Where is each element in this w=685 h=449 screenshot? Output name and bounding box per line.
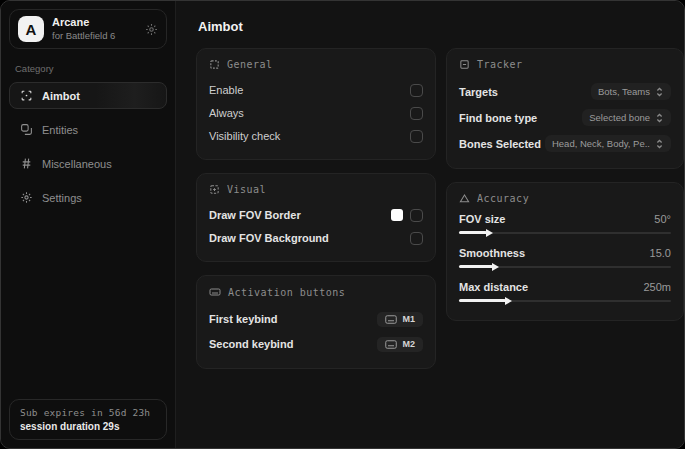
app-logo: A	[18, 16, 44, 42]
entities-icon	[20, 123, 33, 136]
setting-label: Always	[209, 107, 244, 119]
unfold-icon	[655, 87, 664, 97]
slider-row-fov-size: FOV size 50°	[459, 213, 671, 238]
sidebar-item-label: Miscellaneous	[42, 158, 112, 170]
setting-row-enable: Enable	[209, 79, 423, 101]
slider-value: 250m	[643, 281, 671, 293]
setting-label: Max distance	[459, 281, 528, 293]
setting-row-second-keybind: Second keybind M2	[209, 332, 423, 356]
smoothness-slider[interactable]	[459, 262, 671, 272]
sidebar-item-settings[interactable]: Settings	[9, 184, 167, 211]
slider-value: 15.0	[650, 247, 671, 259]
keybind-value: M1	[402, 314, 415, 324]
dropdown-targets[interactable]: Bots, Teams	[591, 83, 671, 100]
setting-row-visibility-check: Visibility check	[209, 125, 423, 147]
page-title: Aimbot	[198, 19, 684, 34]
setting-label: Targets	[459, 86, 498, 98]
general-card: General Enable Always Visibility check	[196, 48, 436, 160]
fov-size-slider[interactable]	[459, 228, 671, 238]
app-window: A Arcane for Battlefield 6 Category Aimb…	[0, 0, 685, 449]
setting-row-first-keybind: First keybind M1	[209, 307, 423, 331]
setting-row-bones-selected: Bones Selected Head, Neck, Body, Pe..	[459, 131, 671, 156]
setting-label: Draw FOV Border	[209, 209, 301, 221]
unfold-icon	[655, 139, 664, 149]
sidebar: A Arcane for Battlefield 6 Category Aimb…	[1, 1, 176, 448]
checkbox-enable[interactable]	[410, 84, 423, 97]
checkbox-draw-fov-border[interactable]	[410, 209, 423, 222]
sidebar-item-miscellaneous[interactable]: Miscellaneous	[9, 150, 167, 177]
keybind-button-second[interactable]: M2	[377, 337, 423, 352]
setting-label: First keybind	[209, 313, 277, 325]
slider-fill	[459, 231, 487, 234]
sidebar-item-aimbot[interactable]: Aimbot	[9, 82, 167, 109]
setting-label: Second keybind	[209, 338, 293, 350]
app-header: A Arcane for Battlefield 6	[9, 9, 167, 49]
category-label: Category	[15, 63, 161, 74]
setting-row-targets: Targets Bots, Teams	[459, 79, 671, 104]
gear-icon	[20, 191, 33, 204]
sync-icon[interactable]	[145, 23, 158, 36]
setting-label: Visibility check	[209, 130, 280, 142]
dropdown-bones-selected[interactable]: Head, Neck, Body, Pe..	[545, 135, 671, 152]
section-title: General	[227, 59, 273, 70]
setting-row-draw-fov-border: Draw FOV Border	[209, 204, 423, 226]
plus-square-icon	[209, 184, 220, 195]
checkbox-always[interactable]	[410, 107, 423, 120]
checkbox-visibility-check[interactable]	[410, 130, 423, 143]
slider-row-max-distance: Max distance 250m	[459, 281, 671, 306]
setting-label: Smoothness	[459, 247, 525, 259]
app-subtitle: for Battlefield 6	[52, 30, 137, 42]
slider-fill	[459, 265, 493, 268]
dropdown-value: Bots, Teams	[598, 86, 650, 97]
color-swatch[interactable]	[391, 209, 403, 221]
subscription-box: Sub expires in 56d 23h session duration …	[9, 399, 167, 440]
section-title: Accuracy	[477, 193, 529, 204]
slider-fill	[459, 299, 506, 302]
slider-row-smoothness: Smoothness 15.0	[459, 247, 671, 272]
max-distance-slider[interactable]	[459, 296, 671, 306]
sidebar-item-label: Settings	[42, 192, 82, 204]
keyboard-icon	[209, 286, 221, 298]
slider-value: 50°	[654, 213, 671, 225]
sidebar-item-label: Entities	[42, 124, 78, 136]
app-name: Arcane	[52, 16, 137, 30]
setting-row-always: Always	[209, 102, 423, 124]
tracker-card: Tracker Targets Bots, Teams Find bone ty…	[446, 48, 684, 169]
activation-card: Activation buttons First keybind M1 Seco…	[196, 275, 436, 369]
keyboard-icon	[385, 315, 397, 324]
setting-label: Find bone type	[459, 112, 537, 124]
sidebar-item-entities[interactable]: Entities	[9, 116, 167, 143]
setting-row-find-bone-type: Find bone type Selected bone	[459, 105, 671, 130]
section-title: Tracker	[477, 59, 523, 70]
section-title: Activation buttons	[228, 287, 345, 298]
sidebar-nav: Aimbot Entities Miscellaneous Settings	[9, 82, 167, 211]
crosshair-icon	[20, 89, 33, 102]
keyboard-icon	[385, 340, 397, 349]
setting-label: Bones Selected	[459, 138, 541, 150]
session-duration: session duration 29s	[20, 421, 156, 432]
visual-card: Visual Draw FOV Border Draw FOV Backgrou…	[196, 173, 436, 262]
setting-row-draw-fov-background: Draw FOV Background	[209, 227, 423, 249]
dropdown-value: Head, Neck, Body, Pe..	[552, 138, 650, 149]
triangle-icon	[459, 193, 470, 204]
setting-label: Enable	[209, 84, 243, 96]
main-panel: Aimbot General Enable Alw	[176, 1, 685, 448]
dropdown-value: Selected bone	[589, 112, 650, 123]
setting-label: Draw FOV Background	[209, 232, 329, 244]
sidebar-item-label: Aimbot	[42, 90, 80, 102]
setting-label: FOV size	[459, 213, 505, 225]
hash-icon	[20, 157, 33, 170]
keybind-button-first[interactable]: M1	[377, 312, 423, 327]
section-title: Visual	[227, 184, 266, 195]
minus-square-icon	[459, 59, 470, 70]
dropdown-find-bone-type[interactable]: Selected bone	[582, 109, 671, 126]
checkbox-draw-fov-background[interactable]	[410, 232, 423, 245]
unfold-icon	[655, 113, 664, 123]
accuracy-card: Accuracy FOV size 50°	[446, 182, 684, 321]
dashed-square-icon	[209, 59, 220, 70]
keybind-value: M2	[402, 339, 415, 349]
subscription-expiry: Sub expires in 56d 23h	[20, 407, 156, 418]
